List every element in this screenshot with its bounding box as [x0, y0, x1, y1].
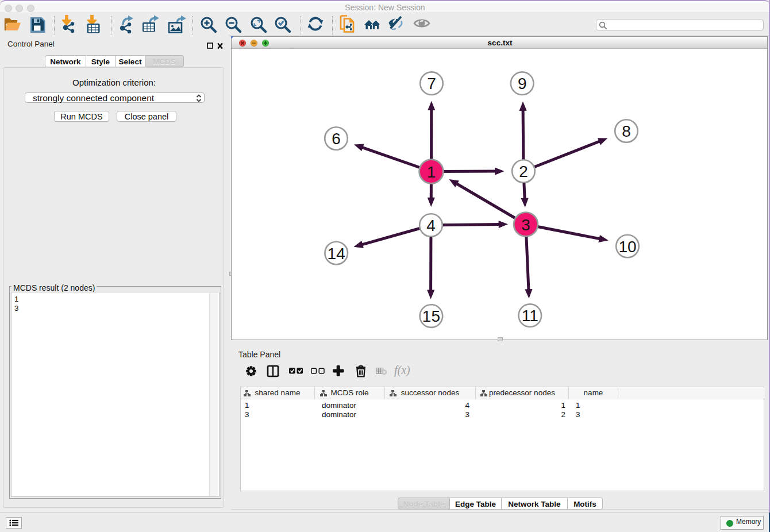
svg-text:1: 1 [427, 163, 436, 181]
svg-text:10: 10 [618, 238, 636, 256]
svg-text:6: 6 [332, 130, 341, 148]
svg-text:4: 4 [426, 217, 436, 234]
svg-text:8: 8 [622, 122, 631, 140]
svg-text:3: 3 [521, 216, 530, 234]
svg-text:14: 14 [328, 245, 345, 263]
svg-text:11: 11 [522, 307, 538, 325]
svg-text:2: 2 [519, 163, 528, 180]
svg-text:15: 15 [422, 307, 440, 325]
svg-text:7: 7 [427, 75, 436, 92]
svg-text:9: 9 [518, 75, 527, 92]
